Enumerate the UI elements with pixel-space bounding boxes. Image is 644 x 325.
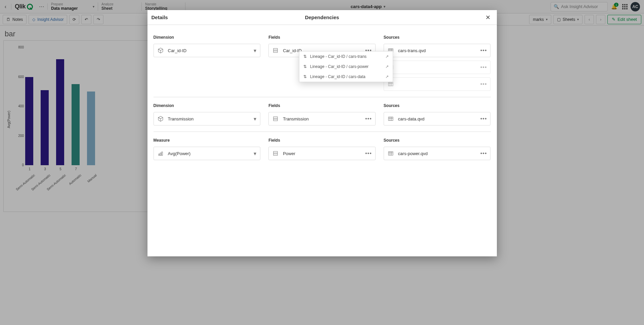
card-label: Transmission bbox=[283, 116, 361, 121]
open-external-icon: ↗ bbox=[385, 54, 389, 59]
lineage-menu-item[interactable]: ⇅Lineage - Car_id-ID / cars-data↗ bbox=[299, 72, 393, 82]
card-label: cars-trans.qvd bbox=[398, 48, 476, 53]
source-card[interactable]: cars-data.qvd••• bbox=[384, 112, 491, 125]
card-label: Car_id-ID bbox=[168, 48, 250, 53]
cube-icon bbox=[157, 47, 164, 54]
more-icon[interactable]: ••• bbox=[365, 116, 372, 122]
source-card[interactable]: cars-trans.qvd••• bbox=[384, 44, 491, 57]
field-icon bbox=[272, 115, 279, 122]
cube-icon bbox=[157, 115, 164, 122]
modal-overlay: Details Dependencies ✕ DimensionCar_id-I… bbox=[0, 0, 644, 325]
svg-rect-24 bbox=[273, 117, 277, 121]
more-icon[interactable]: ••• bbox=[480, 47, 487, 53]
lineage-item-label: Lineage - Car_id-ID / cars-trans bbox=[310, 54, 367, 59]
card-label: Transmission bbox=[168, 116, 250, 121]
fields-col-label: Fields bbox=[268, 35, 376, 40]
left-col-label: Dimension bbox=[154, 103, 261, 108]
open-external-icon: ↗ bbox=[385, 64, 389, 69]
card-label: cars-data.qvd bbox=[398, 116, 476, 121]
svg-rect-34 bbox=[273, 151, 277, 155]
left-col-label: Measure bbox=[154, 138, 261, 143]
source-card[interactable]: ••• bbox=[384, 61, 491, 74]
more-icon[interactable]: ••• bbox=[480, 64, 487, 70]
dialog-header: Details Dependencies ✕ bbox=[147, 10, 497, 25]
chevron-down-icon: ▾ bbox=[254, 116, 257, 122]
more-icon[interactable]: ••• bbox=[480, 150, 487, 156]
card-label: Power bbox=[283, 151, 361, 156]
dialog-title-center: Dependencies bbox=[305, 14, 339, 20]
svg-rect-9 bbox=[273, 48, 277, 52]
table-icon bbox=[387, 115, 394, 122]
dialog-close-button[interactable]: ✕ bbox=[483, 13, 492, 22]
lineage-menu-item[interactable]: ⇅Lineage - Car_id-ID / cars-power↗ bbox=[299, 62, 393, 72]
fields-col-label: Fields bbox=[268, 103, 376, 108]
table-icon bbox=[387, 150, 394, 157]
more-icon[interactable]: ••• bbox=[365, 150, 372, 156]
card-label: cars-power.qvd bbox=[398, 151, 476, 156]
dimension-card[interactable]: Car_id-ID▾ bbox=[154, 44, 261, 57]
close-icon: ✕ bbox=[485, 14, 490, 21]
source-card[interactable]: ••• bbox=[384, 77, 491, 91]
lineage-icon: ⇅ bbox=[303, 64, 307, 69]
sources-col-label: Sources bbox=[384, 138, 491, 143]
more-icon[interactable]: ••• bbox=[480, 81, 487, 87]
measure-card[interactable]: Avg(Power)▾ bbox=[154, 147, 261, 160]
dependency-row: DimensionTransmission▾FieldsTransmission… bbox=[154, 97, 491, 132]
svg-rect-27 bbox=[388, 117, 393, 121]
svg-rect-32 bbox=[160, 153, 161, 156]
dependencies-dialog: Details Dependencies ✕ DimensionCar_id-I… bbox=[147, 10, 497, 256]
card-label: Avg(Power) bbox=[168, 151, 250, 156]
svg-rect-37 bbox=[388, 152, 393, 155]
dimension-card[interactable]: Transmission▾ bbox=[154, 112, 261, 125]
svg-rect-20 bbox=[388, 82, 393, 86]
chevron-down-icon: ▾ bbox=[254, 47, 257, 54]
lineage-icon: ⇅ bbox=[303, 54, 307, 59]
lineage-item-label: Lineage - Car_id-ID / cars-power bbox=[310, 64, 369, 69]
open-external-icon: ↗ bbox=[385, 74, 389, 79]
sources-col-label: Sources bbox=[384, 35, 491, 40]
field-icon bbox=[272, 47, 279, 54]
lineage-menu-item[interactable]: ⇅Lineage - Car_id-ID / cars-trans↗ bbox=[299, 51, 393, 62]
measure-icon bbox=[157, 150, 164, 157]
field-card[interactable]: Power••• bbox=[268, 147, 376, 160]
dependency-row: MeasureAvg(Power)▾FieldsPower•••Sourcesc… bbox=[154, 132, 491, 166]
lineage-icon: ⇅ bbox=[303, 74, 307, 79]
fields-col-label: Fields bbox=[268, 138, 376, 143]
chevron-down-icon: ▾ bbox=[254, 150, 257, 157]
left-col-label: Dimension bbox=[154, 35, 261, 40]
svg-rect-33 bbox=[162, 152, 163, 156]
source-card[interactable]: cars-power.qvd••• bbox=[384, 147, 491, 160]
more-icon[interactable]: ••• bbox=[480, 116, 487, 122]
svg-rect-31 bbox=[159, 154, 160, 156]
lineage-popover: ⇅Lineage - Car_id-ID / cars-trans↗⇅Linea… bbox=[299, 51, 393, 82]
field-icon bbox=[272, 150, 279, 157]
lineage-item-label: Lineage - Car_id-ID / cars-data bbox=[310, 74, 366, 79]
sources-col-label: Sources bbox=[384, 103, 491, 108]
field-card[interactable]: Transmission••• bbox=[268, 112, 376, 125]
dialog-title-left: Details bbox=[152, 14, 265, 20]
